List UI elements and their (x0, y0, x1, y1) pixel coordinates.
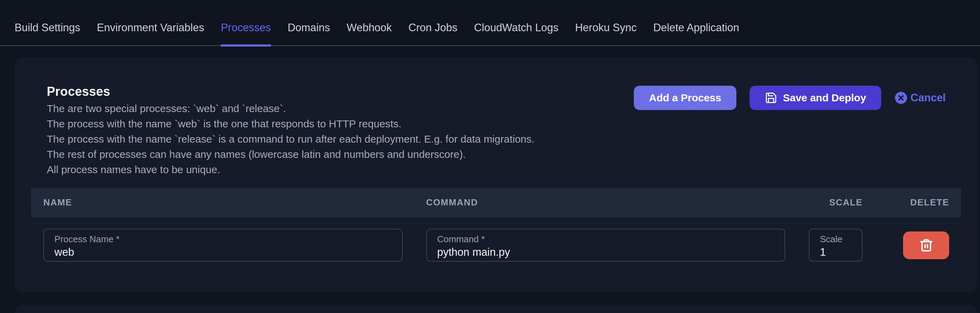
save-and-deploy-label: Save and Deploy (783, 92, 866, 104)
trash-icon (919, 238, 934, 252)
settings-tab-bar: Build Settings Environment Variables Pro… (0, 0, 980, 46)
panel-intro: Processes The are two special processes:… (47, 84, 535, 177)
floppy-disk-icon (765, 92, 777, 104)
delete-process-button[interactable] (903, 232, 949, 259)
add-process-button[interactable]: Add a Process (634, 86, 737, 110)
next-section-card (14, 305, 978, 313)
description-line: The process with the name `release` is a… (47, 131, 535, 147)
table-header-row: NAME COMMAND SCALE DELETE (31, 188, 961, 217)
panel-header: Processes The are two special processes:… (31, 84, 961, 177)
table-row: Process Name * Command * Scale (31, 217, 961, 262)
tab-heroku-sync[interactable]: Heroku Sync (575, 0, 636, 46)
cancel-button[interactable]: Cancel (894, 91, 946, 104)
command-label: Command * (438, 234, 775, 244)
processes-table: NAME COMMAND SCALE DELETE Process Name *… (31, 188, 961, 262)
delete-cell (902, 232, 949, 259)
processes-panel: Processes The are two special processes:… (14, 57, 978, 292)
column-header-delete: DELETE (902, 197, 949, 208)
command-input[interactable] (438, 246, 775, 259)
scale-input[interactable] (820, 246, 851, 259)
tab-cloudwatch-logs[interactable]: CloudWatch Logs (474, 0, 558, 46)
cancel-label: Cancel (910, 92, 946, 104)
process-name-label: Process Name * (54, 234, 391, 244)
process-name-input[interactable] (54, 246, 391, 259)
description-line: All process names have to be unique. (47, 162, 535, 177)
process-name-field[interactable]: Process Name * (43, 229, 402, 262)
column-header-name: NAME (43, 197, 402, 208)
tab-domains[interactable]: Domains (288, 0, 330, 46)
panel-actions: Add a Process Save and Deploy (634, 84, 946, 110)
add-process-label: Add a Process (649, 92, 721, 104)
scale-field[interactable]: Scale (809, 229, 862, 262)
tab-delete-application[interactable]: Delete Application (653, 0, 739, 46)
tab-environment-variables[interactable]: Environment Variables (97, 0, 204, 46)
command-field[interactable]: Command * (426, 229, 786, 262)
tab-cron-jobs[interactable]: Cron Jobs (409, 0, 457, 46)
tab-webhook[interactable]: Webhook (347, 0, 391, 46)
description-line: The are two special processes: `web` and… (47, 101, 535, 116)
column-header-scale: SCALE (809, 197, 862, 208)
column-header-command: COMMAND (426, 197, 786, 208)
scale-label: Scale (820, 234, 851, 244)
tab-build-settings[interactable]: Build Settings (14, 0, 80, 46)
save-and-deploy-button[interactable]: Save and Deploy (749, 86, 881, 110)
tab-processes[interactable]: Processes (221, 0, 271, 46)
description-line: The process with the name `web` is the o… (47, 116, 535, 131)
description-line: The rest of processes can have any names… (47, 147, 535, 162)
page-title: Processes (47, 84, 535, 99)
x-circle-icon (894, 91, 908, 104)
